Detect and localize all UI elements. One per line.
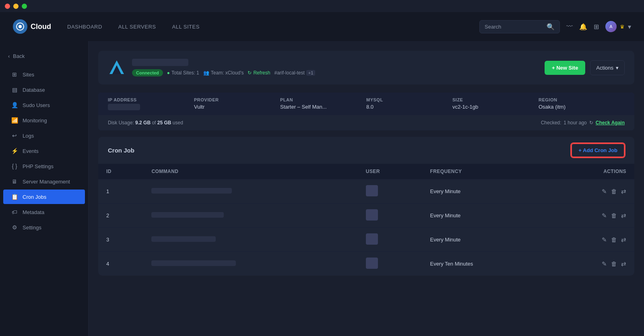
monitoring-icon: 📶 bbox=[11, 117, 18, 124]
cron-table-body: 1 Every Minute ✎ 🗑 ⇄ bbox=[98, 179, 634, 276]
server-header-card: Connected ● Total Sites: 1 👥 Team: xClou… bbox=[98, 51, 634, 85]
logs-icon: ↩ bbox=[11, 132, 18, 139]
close-button[interactable] bbox=[5, 4, 10, 9]
tag-badge: #arif-local-test +1 bbox=[274, 70, 315, 76]
cron-id: 4 bbox=[98, 252, 143, 276]
maximize-button[interactable] bbox=[22, 4, 27, 9]
sites-icon: ⊞ bbox=[11, 71, 18, 78]
cron-header: Cron Job + Add Cron Job bbox=[98, 137, 634, 164]
dot-icon: ● bbox=[167, 70, 170, 76]
th-actions: Actions bbox=[548, 164, 634, 179]
actions-button[interactable]: Actions ▾ bbox=[590, 60, 625, 75]
sidebar-item-label: Monitoring bbox=[23, 117, 47, 124]
command-blurred bbox=[151, 212, 224, 218]
cron-jobs-section: Cron Job + Add Cron Job ID Command User … bbox=[98, 137, 634, 276]
disk-usage-info: Disk Usage: 9.2 GB of 25 GB used bbox=[108, 120, 183, 126]
user-area[interactable]: A ♛ ▾ bbox=[605, 21, 631, 32]
delete-icon[interactable]: 🗑 bbox=[611, 188, 617, 195]
delete-icon[interactable]: 🗑 bbox=[611, 236, 617, 243]
toggle-icon[interactable]: ⇄ bbox=[621, 260, 626, 268]
search-input[interactable] bbox=[485, 24, 543, 30]
detail-provider: PROVIDER Vultr bbox=[194, 97, 280, 110]
cron-actions: ✎ 🗑 ⇄ bbox=[548, 179, 634, 204]
delete-icon[interactable]: 🗑 bbox=[611, 260, 617, 267]
edit-icon[interactable]: ✎ bbox=[602, 236, 607, 243]
grid-icon[interactable]: ⊞ bbox=[594, 23, 599, 31]
sidebar-item-sites[interactable]: ⊞ Sites bbox=[3, 67, 85, 82]
mysql-value: 8.0 bbox=[366, 104, 452, 110]
server-icon: 🖥 bbox=[11, 178, 18, 185]
sidebar-item-logs[interactable]: ↩ Logs bbox=[3, 128, 85, 143]
sidebar-item-metadata[interactable]: 🏷 Metadata bbox=[3, 205, 85, 219]
server-header-left: Connected ● Total Sites: 1 👥 Team: xClou… bbox=[108, 59, 315, 76]
user-blurred bbox=[366, 233, 378, 245]
toggle-icon[interactable]: ⇄ bbox=[621, 236, 626, 243]
user-blurred bbox=[366, 185, 378, 196]
toggle-icon[interactable]: ⇄ bbox=[621, 212, 626, 219]
disk-total: 25 GB bbox=[157, 120, 171, 126]
sidebar-item-events[interactable]: ⚡ Events bbox=[3, 144, 85, 158]
minimize-button[interactable] bbox=[13, 4, 19, 9]
command-blurred bbox=[151, 188, 232, 194]
cron-frequency: Every Minute bbox=[422, 179, 547, 204]
search-box[interactable]: 🔍 bbox=[479, 20, 560, 33]
cron-user bbox=[358, 228, 422, 252]
server-details-card: IP ADDRESS PROVIDER Vultr PLAN Starter –… bbox=[98, 93, 634, 130]
edit-icon[interactable]: ✎ bbox=[602, 212, 607, 219]
sidebar-item-label: PHP Settings bbox=[23, 163, 54, 169]
row-actions: ✎ 🗑 ⇄ bbox=[556, 236, 626, 243]
activity-icon[interactable]: 〰 bbox=[566, 23, 573, 30]
main-layout: ‹ Back ⊞ Sites ▤ Database 👤 Sudo Users 📶… bbox=[0, 41, 644, 336]
mysql-label: MYSQL bbox=[366, 97, 452, 102]
provider-label: PROVIDER bbox=[194, 97, 280, 102]
sidebar-item-database[interactable]: ▤ Database bbox=[3, 82, 85, 97]
sidebar-item-cron-jobs[interactable]: 📋 Cron Jobs bbox=[3, 190, 85, 204]
server-header-right: + New Site Actions ▾ bbox=[545, 60, 625, 75]
sidebar-item-php-settings[interactable]: { } PHP Settings bbox=[3, 159, 85, 173]
cron-user bbox=[358, 252, 422, 276]
nav-dashboard[interactable]: DASHBOARD bbox=[67, 24, 102, 30]
logo[interactable]: Cloud bbox=[13, 19, 51, 34]
nav-all-servers[interactable]: ALL SERVERS bbox=[118, 24, 156, 30]
region-value: Osaka (itm) bbox=[539, 104, 625, 110]
edit-icon[interactable]: ✎ bbox=[602, 188, 607, 195]
cron-actions: ✎ 🗑 ⇄ bbox=[548, 252, 634, 276]
command-blurred bbox=[151, 260, 236, 266]
sidebar-item-settings[interactable]: ⚙ Settings bbox=[3, 220, 85, 235]
nav-all-sites[interactable]: ALL SITES bbox=[172, 24, 200, 30]
cron-title: Cron Job bbox=[108, 147, 134, 154]
cron-user bbox=[358, 179, 422, 204]
cron-user bbox=[358, 204, 422, 228]
region-label: REGION bbox=[539, 97, 625, 102]
sidebar-item-sudo-users[interactable]: 👤 Sudo Users bbox=[3, 98, 85, 112]
sidebar: ‹ Back ⊞ Sites ▤ Database 👤 Sudo Users 📶… bbox=[0, 41, 89, 336]
refresh-badge[interactable]: ↻ Refresh bbox=[248, 70, 270, 76]
cron-actions: ✎ 🗑 ⇄ bbox=[548, 228, 634, 252]
edit-icon[interactable]: ✎ bbox=[602, 260, 607, 268]
vultr-logo bbox=[108, 59, 126, 76]
new-site-button[interactable]: + New Site bbox=[545, 61, 585, 75]
plan-value: Starter – Self Man... bbox=[280, 104, 366, 110]
cron-command bbox=[143, 228, 357, 252]
detail-ip: IP ADDRESS bbox=[108, 97, 194, 110]
check-again-area: Checked: 1 hour ago ↻ Check Again bbox=[541, 120, 625, 126]
cron-id: 2 bbox=[98, 204, 143, 228]
size-value: vc2-1c-1gb bbox=[452, 104, 539, 110]
delete-icon[interactable]: 🗑 bbox=[611, 212, 617, 219]
sidebar-item-label: Settings bbox=[23, 225, 41, 231]
sidebar-item-monitoring[interactable]: 📶 Monitoring bbox=[3, 113, 85, 128]
metadata-icon: 🏷 bbox=[11, 209, 18, 215]
notification-icon[interactable]: 🔔 bbox=[579, 23, 587, 31]
sidebar-item-label: Logs bbox=[23, 133, 34, 139]
check-again-button[interactable]: Check Again bbox=[596, 120, 625, 126]
row-actions: ✎ 🗑 ⇄ bbox=[556, 212, 626, 219]
server-disk-row: Disk Usage: 9.2 GB of 25 GB used Checked… bbox=[98, 115, 634, 130]
server-badges: Connected ● Total Sites: 1 👥 Team: xClou… bbox=[132, 69, 315, 76]
add-cron-button[interactable]: + Add Cron Job bbox=[571, 143, 625, 157]
cron-table-header-row: ID Command User Frequency Actions bbox=[98, 164, 634, 179]
toggle-icon[interactable]: ⇄ bbox=[621, 188, 626, 195]
sidebar-item-label: Database bbox=[23, 87, 45, 93]
sidebar-back-button[interactable]: ‹ Back bbox=[0, 49, 88, 63]
user-blurred bbox=[366, 209, 378, 221]
sidebar-item-server-management[interactable]: 🖥 Server Management bbox=[3, 174, 85, 189]
